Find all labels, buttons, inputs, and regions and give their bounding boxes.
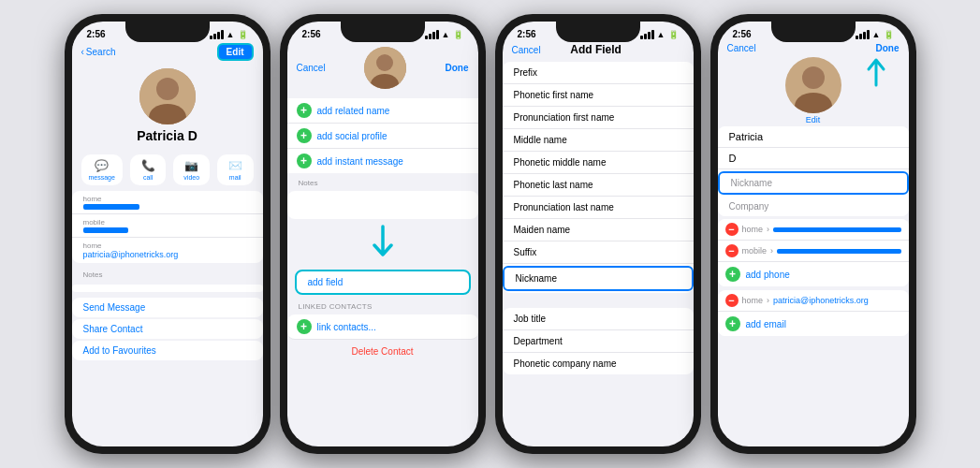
- plus-icon-3: +: [297, 154, 312, 168]
- video-btn[interactable]: 📷 video: [173, 154, 210, 185]
- add-email-label-4: add email: [746, 319, 786, 329]
- info-section-1: home mobile home patricia@iphonetricks.o…: [72, 191, 263, 263]
- mobile-phone-row-4: − mobile ›: [718, 241, 909, 262]
- field-pronunciation-last[interactable]: Pronunciation last name: [503, 197, 694, 219]
- delete-contact-btn[interactable]: Delete Contact: [287, 342, 478, 361]
- message-label: message: [89, 174, 115, 181]
- signal-bars-3: [640, 30, 654, 39]
- arrow-down-2: [287, 221, 478, 266]
- add-field-nav-3: Cancel Add Field: [503, 41, 694, 58]
- wifi-icon-2: ▲: [442, 30, 450, 39]
- add-social-profile-row[interactable]: + add social profile: [287, 124, 478, 149]
- last-name-field-4[interactable]: D: [718, 148, 909, 169]
- done-btn-4[interactable]: Done: [875, 43, 899, 53]
- home-phone-row: home: [72, 191, 263, 214]
- field-phonetic-middle[interactable]: Phonetic middle name: [503, 152, 694, 174]
- add-favourites-link[interactable]: Add to Favourites: [72, 341, 263, 360]
- link-contacts-row[interactable]: + link contacts...: [287, 314, 478, 340]
- battery-3: 🔋: [668, 30, 679, 39]
- field-middle[interactable]: Middle name: [503, 129, 694, 152]
- bar1: [640, 36, 643, 39]
- time-1: 2:56: [87, 29, 106, 39]
- email-type-4: home: [742, 296, 764, 305]
- avatar-4: [785, 57, 841, 113]
- status-icons-3: ▲ 🔋: [640, 30, 679, 39]
- arrow-up-4: [852, 57, 901, 90]
- edit-button-1[interactable]: Edit: [217, 43, 254, 61]
- add-social-label: add social profile: [317, 131, 388, 141]
- mail-btn[interactable]: ✉️ mail: [217, 154, 254, 185]
- cancel-btn-2[interactable]: Cancel: [297, 63, 326, 73]
- notes-area-2[interactable]: [287, 191, 478, 219]
- add-related-name-row[interactable]: + add related name: [287, 98, 478, 124]
- field-suffix[interactable]: Suffix: [503, 241, 694, 264]
- avatar-2: [364, 47, 406, 89]
- notch-1: [125, 22, 210, 42]
- cancel-btn-3[interactable]: Cancel: [512, 45, 541, 55]
- battery-2: 🔋: [453, 30, 463, 39]
- cancel-btn-4[interactable]: Cancel: [727, 43, 756, 53]
- nickname-field-4[interactable]: Nickname: [718, 171, 909, 195]
- add-field-box-2[interactable]: add field: [295, 270, 471, 295]
- add-email-row-4[interactable]: + add email: [718, 312, 909, 336]
- bar1: [856, 36, 858, 39]
- add-related-label: add related name: [317, 106, 390, 116]
- share-contact-link[interactable]: Share Contact: [72, 319, 263, 339]
- email-value-4: patricia@iphonetricks.org: [773, 296, 869, 305]
- phone-type-mobile: mobile: [742, 246, 768, 256]
- nav-bar-1: ‹ Search Edit: [72, 41, 263, 65]
- edit-photo-label-4[interactable]: Edit: [720, 115, 907, 124]
- send-message-link[interactable]: Send Message: [72, 298, 263, 317]
- bar4: [221, 30, 224, 39]
- phone-bar-1: [773, 227, 900, 232]
- message-btn[interactable]: 💬 message: [81, 154, 123, 185]
- field-phonetic-company[interactable]: Phonetic company name: [503, 353, 694, 374]
- company-placeholder-4: Company: [729, 201, 769, 212]
- plus-icon-4: +: [297, 319, 312, 334]
- minus-icon-email[interactable]: −: [725, 294, 739, 307]
- phone-type-home: home: [742, 225, 764, 234]
- home-phone-row-4: − home ›: [718, 219, 909, 241]
- bar4: [436, 30, 439, 39]
- battery-1: 🔋: [238, 30, 248, 39]
- add-rows-2: + add related name + add social profile …: [287, 98, 478, 173]
- back-button-1[interactable]: ‹ Search: [81, 47, 116, 57]
- bar2: [644, 34, 647, 39]
- field-job-title[interactable]: Job title: [503, 308, 694, 330]
- bar3: [432, 32, 435, 39]
- minus-icon-1[interactable]: −: [725, 223, 739, 236]
- notes-label-1: Notes: [72, 267, 263, 281]
- linked-contacts-label: LINKED CONTACTS: [287, 299, 478, 313]
- call-btn[interactable]: 📞 call: [130, 154, 167, 185]
- avatar-section-4: [718, 57, 909, 113]
- time-3: 2:56: [518, 29, 536, 39]
- first-name-field-4[interactable]: Patricia: [718, 126, 909, 148]
- phone-bar-2: [777, 249, 900, 254]
- field-phonetic-first[interactable]: Phonetic first name: [503, 84, 694, 107]
- field-nickname[interactable]: Nickname: [503, 266, 694, 291]
- field-phonetic-last[interactable]: Phonetic last name: [503, 174, 694, 197]
- done-btn-2[interactable]: Done: [445, 63, 468, 73]
- notes-section-1: [72, 285, 263, 292]
- add-instant-message-row[interactable]: + add instant message: [287, 149, 478, 173]
- email-section-4: − home › patricia@iphonetricks.org + add…: [718, 290, 909, 336]
- bar1: [210, 36, 212, 39]
- call-label: call: [143, 174, 154, 181]
- wifi-icon-1: ▲: [227, 30, 235, 39]
- mail-label: mail: [229, 174, 241, 181]
- add-instant-label: add instant message: [317, 156, 403, 167]
- field-list-bottom-3: Job title Department Phonetic company na…: [503, 308, 694, 374]
- phone-arrow-2: ›: [770, 246, 773, 256]
- bar2: [429, 34, 431, 39]
- add-phone-row-4[interactable]: + add phone: [718, 262, 909, 286]
- minus-icon-2[interactable]: −: [725, 244, 739, 257]
- notes-section-label-2: Notes: [287, 175, 478, 189]
- field-department[interactable]: Department: [503, 330, 694, 353]
- contact-name-1: Patricia D: [137, 128, 197, 143]
- field-prefix[interactable]: Prefix: [503, 62, 694, 84]
- field-separator-3: [503, 297, 694, 304]
- company-field-4[interactable]: Company: [718, 197, 909, 216]
- avatar-1: [139, 68, 196, 124]
- field-pronunciation-first[interactable]: Pronunciation first name: [503, 107, 694, 129]
- field-maiden[interactable]: Maiden name: [503, 219, 694, 241]
